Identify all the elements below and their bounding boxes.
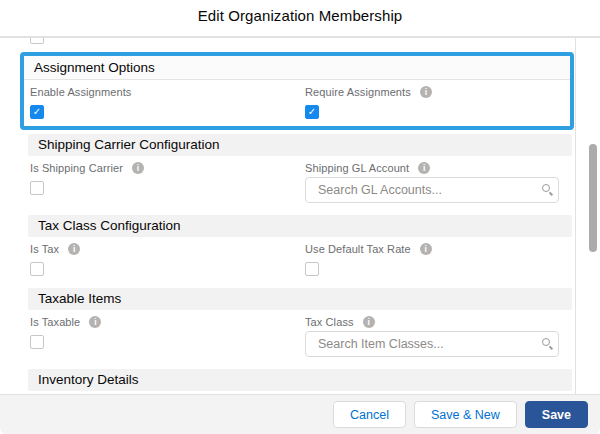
- section-row: Is Tax i ✓ Use Default Tax Rate i ✓: [28, 237, 572, 284]
- field-label: Use Default Tax Rate: [305, 243, 411, 255]
- field-require-assignments: Require Assignments i ✓: [305, 85, 570, 119]
- section-title-taxable-items: Taxable Items: [28, 288, 572, 310]
- section-taxable-items: Taxable Items Is Taxable i ✓ Tax Class i: [28, 288, 572, 365]
- field-label: Tax Class: [305, 316, 354, 328]
- section-title-shipping-carrier-configuration: Shipping Carrier Configuration: [28, 134, 572, 156]
- section-title-inventory-details: Inventory Details: [28, 369, 572, 391]
- section-inventory-details: Inventory Details Enable Item Class Inve…: [28, 369, 572, 394]
- section-tax-class-configuration: Tax Class Configuration Is Tax i ✓ Use D…: [28, 215, 572, 284]
- modal-title: Edit Organization Membership: [198, 7, 403, 30]
- is-taxable-checkbox[interactable]: ✓: [30, 335, 44, 349]
- field-is-tax: Is Tax i ✓: [30, 242, 305, 276]
- field-label: Is Shipping Carrier: [30, 162, 123, 174]
- modal-body: Assignment Options Enable Assignments ✓ …: [0, 38, 600, 394]
- section-row: Is Shipping Carrier i ✓ Shipping GL Acco…: [28, 156, 572, 211]
- info-icon[interactable]: i: [420, 86, 432, 98]
- save-button[interactable]: Save: [525, 401, 588, 428]
- tax-class-search-input[interactable]: [305, 331, 559, 357]
- search-icon: [542, 184, 550, 192]
- field-tax-class: Tax Class i: [305, 315, 572, 357]
- require-assignments-checkbox[interactable]: ✓: [305, 105, 319, 119]
- tax-class-lookup: [305, 331, 559, 357]
- checkmark-icon: ✓: [33, 106, 41, 117]
- search-icon: [542, 338, 550, 346]
- vertical-scrollbar[interactable]: [576, 38, 600, 394]
- checkmark-icon: ✓: [308, 263, 316, 274]
- info-icon[interactable]: i: [89, 316, 101, 328]
- info-icon[interactable]: i: [363, 316, 375, 328]
- section-title-assignment-options: Assignment Options: [24, 56, 570, 80]
- checkmark-icon: ✓: [33, 336, 41, 347]
- field-enable-assignments: Enable Assignments ✓: [30, 85, 305, 119]
- field-is-taxable: Is Taxable i ✓: [30, 315, 305, 357]
- section-row: Is Taxable i ✓ Tax Class i: [28, 310, 572, 365]
- field-label: Require Assignments: [305, 86, 411, 98]
- section-shipping-carrier-configuration: Shipping Carrier Configuration Is Shippi…: [28, 134, 572, 211]
- save-and-new-button[interactable]: Save & New: [414, 401, 517, 428]
- info-icon[interactable]: i: [132, 162, 144, 174]
- shipping-gl-account-lookup: [305, 177, 559, 203]
- field-label: Is Tax: [30, 243, 59, 255]
- section-row: Enable Assignments ✓ Require Assignments…: [24, 80, 570, 126]
- shipping-gl-account-search-input[interactable]: [305, 177, 559, 203]
- field-label: Enable Assignments: [30, 86, 131, 98]
- is-tax-checkbox[interactable]: ✓: [30, 262, 44, 276]
- checkmark-icon: ✓: [33, 263, 41, 274]
- use-default-tax-rate-checkbox[interactable]: ✓: [305, 262, 319, 276]
- section-title-tax-class-configuration: Tax Class Configuration: [28, 215, 572, 237]
- modal-footer: Cancel Save & New Save: [0, 394, 600, 434]
- edit-organization-membership-modal: Edit Organization Membership Assignment …: [0, 0, 600, 434]
- info-icon[interactable]: i: [418, 162, 430, 174]
- field-use-default-tax-rate: Use Default Tax Rate i ✓: [305, 242, 572, 276]
- checkmark-icon: ✓: [33, 182, 41, 193]
- field-label: Is Taxable: [30, 316, 80, 328]
- assignment-options-highlight-box: Assignment Options Enable Assignments ✓ …: [20, 52, 574, 130]
- partially-scrolled-checkbox[interactable]: [30, 38, 44, 44]
- checkmark-icon: ✓: [308, 106, 316, 117]
- info-icon[interactable]: i: [420, 243, 432, 255]
- info-icon[interactable]: i: [68, 243, 80, 255]
- section-assignment-options: Assignment Options Enable Assignments ✓ …: [24, 56, 570, 126]
- field-shipping-gl-account: Shipping GL Account i: [305, 161, 572, 203]
- cancel-button[interactable]: Cancel: [333, 401, 406, 428]
- modal-header: Edit Organization Membership: [0, 0, 600, 38]
- enable-assignments-checkbox[interactable]: ✓: [30, 105, 44, 119]
- field-label: Shipping GL Account: [305, 162, 409, 174]
- field-is-shipping-carrier: Is Shipping Carrier i ✓: [30, 161, 305, 203]
- scrollbar-thumb[interactable]: [589, 144, 597, 252]
- is-shipping-carrier-checkbox[interactable]: ✓: [30, 181, 44, 195]
